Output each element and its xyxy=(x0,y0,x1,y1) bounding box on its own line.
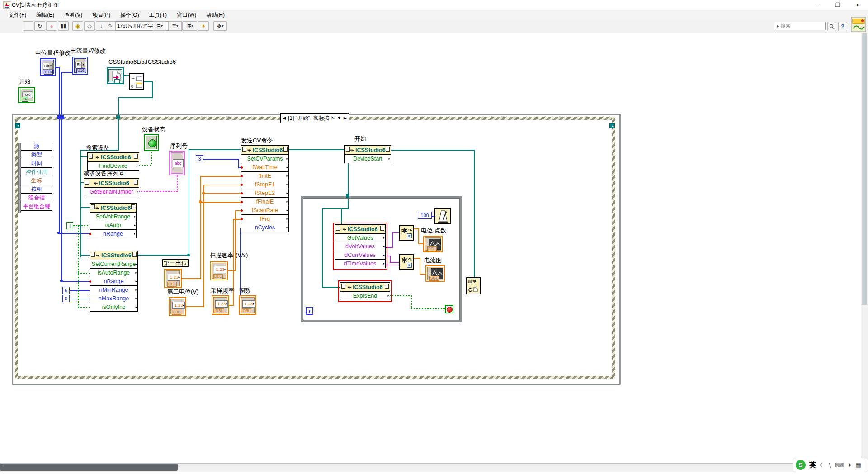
serial-number-string-terminal[interactable]: abc xyxy=(169,151,185,175)
first-potential-control[interactable]: 1.23▸DBL xyxy=(164,269,182,288)
current-range-ring-control[interactable]: Ring▼U16 xyxy=(72,57,88,75)
voltage-range-ring-control[interactable]: Ring▼U16 xyxy=(40,58,56,76)
minimize-button[interactable]: – xyxy=(807,0,827,10)
set-current-range-row-isOnlyInc[interactable]: isOnlyInc▸ xyxy=(90,303,138,312)
set-cv-params-row-fStepE1[interactable]: fStepE1▸ xyxy=(241,180,289,189)
ime-icon-4[interactable]: ▦ xyxy=(856,462,861,469)
menu-item-2[interactable]: 查看(V) xyxy=(60,10,86,20)
start-boolean-terminal[interactable]: OKTF xyxy=(18,87,35,103)
get-values-row-dTimeValues[interactable]: dTimeValues▸ xyxy=(335,260,386,268)
resize-objects-dropdown[interactable]: ⊞ ▾ xyxy=(184,21,197,31)
find-device-node[interactable]: ▪▸ICSStudio6FindDevice▸ xyxy=(87,152,139,171)
retain-wire-values-button[interactable]: ◇ xyxy=(84,21,95,31)
set-current-range-row-SetCurrentRange[interactable]: SetCurrentRange▸ xyxy=(90,260,138,269)
set-current-range-row-nMaxRange[interactable]: nMaxRange▸ xyxy=(90,294,138,303)
vi-icon[interactable] xyxy=(851,17,866,32)
numeric-constant-6[interactable]: 6 xyxy=(62,287,70,294)
close-button[interactable]: × xyxy=(848,0,868,10)
set-current-range-node[interactable]: ▪▸ICSStudio6SetCurrentRange▸isAutoRange▸… xyxy=(90,251,138,312)
event-case-prev-arrow[interactable]: ◀ xyxy=(283,116,286,120)
horizontal-scrollbar-thumb[interactable] xyxy=(0,464,178,471)
tunnel[interactable] xyxy=(61,115,64,119)
menu-item-7[interactable]: 帮助(H) xyxy=(202,10,229,20)
loop-iteration-terminal[interactable]: i xyxy=(306,307,313,315)
device-status-led-terminal[interactable] xyxy=(144,134,159,151)
set-volt-range-row-nRange[interactable]: nRange▸ xyxy=(90,230,137,238)
set-cv-params-row-fWaitTime[interactable]: fWaitTime▸ xyxy=(241,163,289,172)
get-values-node[interactable]: ▪▸ICSStudio6GetValues▸dVoltValues▸dCurrV… xyxy=(335,224,386,268)
menu-item-4[interactable]: 操作(O) xyxy=(116,10,143,20)
get-values-row-GetValues[interactable]: GetValues▸ xyxy=(335,234,386,242)
set-cv-params-row-fInitE[interactable]: fInitE▸ xyxy=(241,172,289,180)
get-serial-number-row-GetSerialNumber[interactable]: GetSerialNumber▸ xyxy=(84,188,139,196)
set-current-range-row-nMinRange[interactable]: nMinRange▸ xyxy=(90,286,138,294)
automation-open-node[interactable]: →0 xyxy=(129,73,144,90)
ime-icon-1[interactable]: ’, xyxy=(829,462,832,469)
tunnel[interactable] xyxy=(346,194,349,198)
icsstudio6-class-constant[interactable] xyxy=(107,67,124,84)
menu-item-3[interactable]: 项目(P) xyxy=(88,10,114,20)
set-volt-range-node[interactable]: ▪▸ICSStudio6SetVoltRange▸isAuto▸nRange▸ xyxy=(90,203,137,238)
vertical-scrollbar-thumb[interactable] xyxy=(862,33,867,305)
tunnel[interactable] xyxy=(116,115,120,119)
scan-rate-control[interactable]: 1.23▸DBL xyxy=(210,261,228,280)
shift-register-right[interactable]: ▲ xyxy=(609,123,615,128)
exp-is-end-row-ExpIsEnd[interactable]: ExpIsEnd▸ xyxy=(340,292,390,300)
get-values-row-dCurrValues[interactable]: dCurrValues▸ xyxy=(335,251,386,260)
event-structure-border-left[interactable] xyxy=(15,117,18,379)
set-cv-params-row-fStepE2[interactable]: fStepE2▸ xyxy=(241,189,289,198)
set-cv-params-row-nCycles[interactable]: nCycles▸ xyxy=(241,223,289,232)
set-cv-params-node[interactable]: ▪▸ICSStudio6SetCVParams▸fWaitTime▸fInitE… xyxy=(241,145,289,232)
cycles-control[interactable]: 1.23▸DBL xyxy=(239,295,256,315)
align-objects-dropdown[interactable]: ⊟ ▾ xyxy=(153,21,166,31)
set-volt-range-row-isAuto[interactable]: isAuto▸ xyxy=(90,221,137,230)
ime-icon-3[interactable]: ✦ xyxy=(847,462,852,469)
abort-button[interactable]: ● xyxy=(46,21,57,31)
numeric-constant-3[interactable]: 3 xyxy=(196,155,203,162)
second-potential-control[interactable]: 1.23▸DBL xyxy=(169,297,186,316)
ime-language-mode[interactable]: 英 xyxy=(809,461,816,469)
build-xy-graph-node-1[interactable]: ✱↷▦ xyxy=(399,225,414,241)
menu-item-0[interactable]: 文件(F) xyxy=(5,10,30,20)
event-case-next-arrow[interactable]: ▶ xyxy=(344,116,347,120)
highlight-execution-button[interactable]: ◉ xyxy=(72,21,83,31)
chevron-down-icon[interactable]: ▼ xyxy=(337,116,341,120)
search-input[interactable]: ▸ 搜索 xyxy=(774,22,826,30)
set-volt-range-row-SetVoltRange[interactable]: SetVoltRange▸ xyxy=(90,213,137,221)
menu-item-1[interactable]: 编辑(E) xyxy=(32,10,58,20)
reorder-dropdown[interactable]: ❖ ▾ xyxy=(213,21,227,31)
get-values-row-dVoltValues[interactable]: dVoltValues▸ xyxy=(335,242,386,251)
close-reference-node[interactable]: ▨/✱C xyxy=(466,277,481,294)
current-graph-terminal[interactable]: ▷SGL xyxy=(425,265,445,282)
set-cv-params-row-SetCVParams[interactable]: SetCVParams▸ xyxy=(241,155,289,163)
context-help-icon[interactable]: ? xyxy=(838,22,847,31)
numeric-constant-T[interactable]: T xyxy=(66,222,73,229)
potential-points-graph-terminal[interactable]: ▷SGL xyxy=(423,236,443,252)
step-over-button[interactable]: ↷ xyxy=(105,21,116,31)
device-start-row-DeviceStart[interactable]: DeviceStart▸ xyxy=(344,155,391,163)
loop-condition-terminal[interactable] xyxy=(445,305,453,313)
find-device-row-FindDevice[interactable]: FindDevice▸ xyxy=(87,162,139,171)
run-button[interactable]: ▶ xyxy=(23,21,33,31)
set-cv-params-row-fFrq[interactable]: fFrq▸ xyxy=(241,215,289,223)
distribute-objects-dropdown[interactable]: ≣ ▾ xyxy=(168,21,182,31)
search-icon[interactable] xyxy=(827,22,836,31)
clean-up-diagram-button[interactable]: ✦ xyxy=(198,21,209,31)
event-case-selector[interactable]: ◀ [1] "开始": 鼠标按下 ▼ ▶ xyxy=(280,113,349,123)
maximize-button[interactable]: ❐ xyxy=(828,0,848,10)
pause-button[interactable]: ▮▮ xyxy=(58,21,69,31)
set-cv-params-row-fFinalE[interactable]: fFinalE▸ xyxy=(241,198,289,206)
ime-icon-0[interactable]: ☾ xyxy=(820,462,825,469)
numeric-constant-0[interactable]: 0 xyxy=(62,295,70,302)
set-current-range-row-nRange[interactable]: nRange▸ xyxy=(90,277,138,286)
set-cv-params-row-fScanRate[interactable]: fScanRate▸ xyxy=(241,206,289,215)
device-start-node[interactable]: ▪▸ICSStudio6DeviceStart▸ xyxy=(344,145,391,163)
shift-register-left[interactable]: ▼ xyxy=(15,123,20,128)
menu-item-6[interactable]: 窗口(W) xyxy=(173,10,200,20)
set-current-range-row-isAutoRange[interactable]: isAutoRange▸ xyxy=(90,269,138,277)
wait-ms-multiple-node[interactable] xyxy=(434,208,451,224)
run-continuous-button[interactable]: ↻ xyxy=(34,21,45,31)
menu-item-5[interactable]: 工具(T) xyxy=(145,10,171,20)
sogou-logo-icon[interactable]: S xyxy=(796,460,806,470)
ime-icon-2[interactable]: ⌨ xyxy=(835,462,844,469)
